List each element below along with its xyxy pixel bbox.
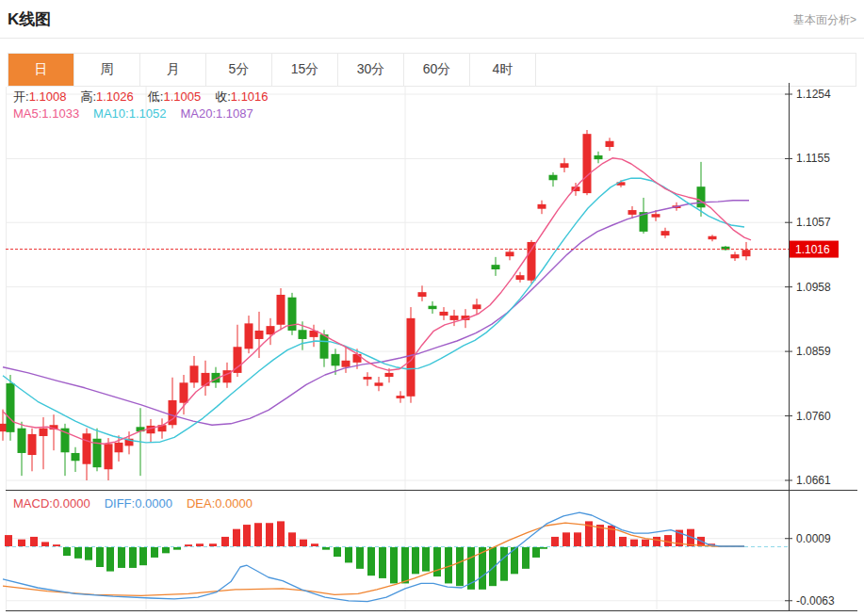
- candle: [115, 443, 123, 452]
- candle: [418, 292, 427, 297]
- candle: [255, 331, 264, 339]
- macd-bar: [664, 535, 672, 546]
- candle: [742, 250, 751, 256]
- candle: [583, 134, 592, 193]
- macd-bar: [367, 547, 375, 575]
- macd-bar: [233, 529, 240, 546]
- candle: [528, 242, 536, 281]
- candle: [731, 254, 740, 258]
- macd-legend: MACD:0.0000DIFF:0.0000DEA:0.0000: [13, 496, 267, 511]
- macd-bar: [5, 535, 12, 546]
- ohlc-item-2: 低:1.1005: [148, 89, 201, 105]
- macd-bar: [390, 547, 398, 583]
- ohlc-legend: 开:1.1008高:1.1026低:1.1005收:1.1016: [13, 89, 283, 105]
- macd-bar: [266, 523, 273, 546]
- candle: [561, 163, 569, 168]
- macd-bar: [379, 547, 386, 578]
- candle: [40, 429, 48, 436]
- y-axis-label: 0.0009: [796, 532, 831, 545]
- macd-bar: [345, 547, 352, 562]
- macd-bar: [74, 547, 82, 559]
- macd-bar: [532, 547, 540, 558]
- candle: [549, 175, 558, 181]
- candle: [606, 141, 614, 147]
- macd-bar: [562, 532, 570, 546]
- ma-item-1: MA10:1.1052: [93, 106, 166, 121]
- candle: [506, 251, 514, 256]
- macd-bar: [221, 537, 229, 546]
- candle: [473, 304, 481, 309]
- macd-bar: [334, 547, 341, 557]
- candle: [440, 312, 448, 316]
- candle: [397, 396, 405, 398]
- candle: [277, 295, 285, 325]
- y-axis-label: 1.0760: [796, 410, 831, 423]
- candle: [538, 204, 546, 209]
- ma20-line: [3, 201, 749, 426]
- y-axis-label: 1.1057: [796, 216, 831, 229]
- candle: [385, 373, 394, 377]
- macd-bar: [489, 547, 497, 586]
- macd-bar: [401, 547, 409, 583]
- macd-bar: [322, 547, 330, 550]
- macd-bar: [53, 544, 60, 546]
- macd-bar: [500, 547, 508, 581]
- candle: [18, 429, 26, 453]
- macd-bar: [630, 540, 638, 546]
- macd-item-2: DEA:0.0000: [187, 496, 253, 511]
- candle: [28, 434, 37, 455]
- macd-bar: [96, 547, 104, 567]
- macd-bar: [41, 542, 49, 546]
- macd-bar: [85, 547, 92, 560]
- macd-bar: [129, 547, 137, 568]
- macd-item-1: DIFF:0.0000: [105, 496, 172, 511]
- macd-bar: [311, 543, 318, 546]
- candle: [661, 231, 670, 235]
- candle: [7, 383, 15, 432]
- candle: [353, 354, 362, 363]
- candle: [429, 306, 437, 309]
- macd-bar: [254, 523, 262, 546]
- macd-bar: [209, 543, 217, 546]
- candle: [105, 444, 113, 469]
- ma-item-2: MA20:1.1087: [180, 106, 253, 121]
- ohlc-item-1: 高:1.1026: [80, 89, 133, 105]
- candle: [332, 354, 340, 365]
- candle: [0, 424, 8, 431]
- macd-bar: [456, 547, 464, 586]
- candle: [342, 361, 350, 367]
- candle: [492, 265, 500, 269]
- macd-bar: [139, 547, 147, 565]
- candle: [516, 275, 525, 280]
- macd-bar: [522, 547, 530, 569]
- macd-bar: [540, 547, 547, 549]
- ma-legend: MA5:1.1033MA10:1.1052MA20:1.1087: [13, 106, 268, 121]
- macd-bar: [196, 543, 204, 546]
- candle: [628, 210, 637, 215]
- macd-bar: [118, 547, 125, 568]
- y-axis-label: 1.1155: [796, 152, 830, 165]
- macd-bar: [162, 547, 170, 553]
- macd-bar: [185, 544, 192, 546]
- macd-bar: [243, 525, 251, 546]
- candle: [245, 323, 253, 349]
- y-axis-label: -0.0063: [796, 594, 835, 608]
- y-axis-label: 1.0661: [796, 474, 831, 487]
- macd-bar: [173, 547, 181, 550]
- macd-bar: [300, 540, 307, 546]
- candle: [375, 382, 383, 385]
- macd-item-0: MACD:0.0000: [13, 496, 90, 511]
- candle: [83, 433, 91, 463]
- y-axis-label: 1.0958: [796, 281, 831, 294]
- candle: [450, 316, 459, 320]
- ma5-line: [3, 158, 751, 445]
- macd-bar: [412, 547, 419, 574]
- macd-bar: [619, 537, 627, 546]
- candle: [595, 155, 603, 159]
- macd-bar: [574, 532, 581, 546]
- y-axis-label: 1.0859: [796, 345, 831, 358]
- candle: [72, 453, 80, 461]
- y-axis-label: 1.1254: [796, 88, 831, 101]
- candle: [709, 236, 717, 239]
- ohlc-item-3: 收:1.1016: [215, 89, 268, 105]
